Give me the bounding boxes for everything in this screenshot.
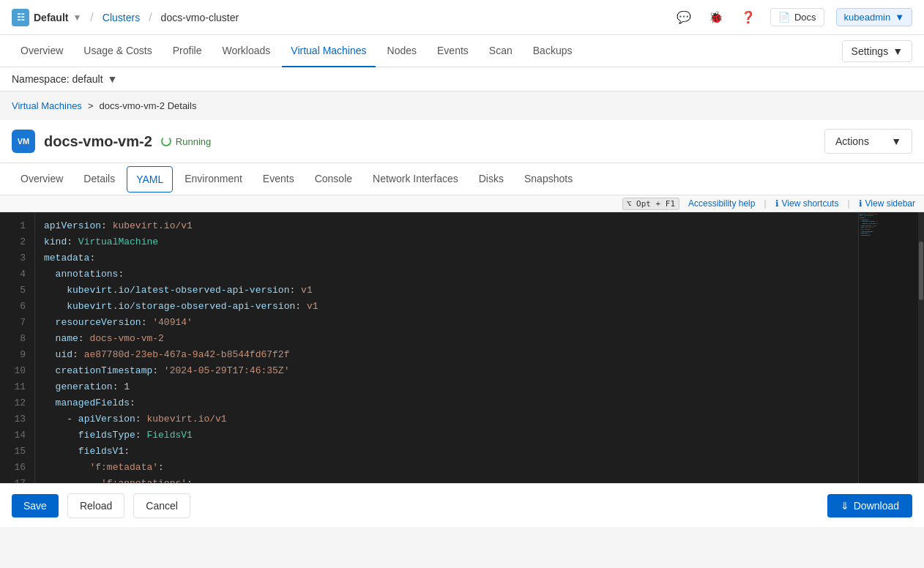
- actions-chevron: ▼: [891, 135, 901, 147]
- ln-14: 14: [0, 427, 34, 444]
- ln-7: 7: [0, 315, 34, 331]
- download-label: Download: [854, 500, 899, 512]
- bottom-bar: Save Reload Cancel ⇓ Download: [0, 483, 924, 527]
- vm-status: Running: [161, 136, 211, 147]
- sep1: /: [90, 11, 93, 24]
- namespace-bar: Namespace: default ▼: [0, 67, 924, 91]
- line-numbers: 1 2 3 4 5 6 7 8 9 10 11 12 13 14 15 16 1…: [0, 212, 35, 483]
- minimap: apiVersion: kubevirt.io/v1 kind: Virtual…: [858, 212, 924, 483]
- tab-usage-costs[interactable]: Usage & Costs: [75, 35, 160, 67]
- minimap-scrollbar[interactable]: [918, 212, 924, 483]
- tab-virtual-machines[interactable]: Virtual Machines: [282, 35, 375, 67]
- ln-3: 3: [0, 250, 34, 266]
- ln-15: 15: [0, 444, 34, 460]
- breadcrumb-vms-link[interactable]: Virtual Machines: [12, 100, 82, 111]
- brand: ☷ Default ▼: [12, 9, 81, 26]
- vm-name: docs-vmo-vm-2: [44, 133, 152, 150]
- code-line-3: metadata:: [44, 250, 849, 266]
- code-line-7: resourceVersion: '40914': [44, 315, 849, 331]
- ln-4: 4: [0, 266, 34, 283]
- ln-10: 10: [0, 363, 34, 379]
- accessibility-help[interactable]: Accessibility help: [688, 198, 755, 209]
- tab-scan[interactable]: Scan: [480, 35, 521, 67]
- ln-17: 17: [0, 476, 34, 483]
- brand-label[interactable]: Default: [34, 12, 68, 23]
- info-icon: ℹ: [775, 198, 779, 209]
- running-icon: [161, 136, 171, 146]
- namespace-label: Namespace: default: [12, 73, 103, 85]
- nav-tabs: Overview Usage & Costs Profile Workloads…: [0, 35, 924, 67]
- minimap-content: apiVersion: kubevirt.io/v1 kind: Virtual…: [859, 212, 924, 237]
- topbar: ☷ Default ▼ / Clusters / docs-vmo-cluste…: [0, 0, 924, 35]
- subtab-details[interactable]: Details: [75, 163, 124, 195]
- tab-workloads[interactable]: Workloads: [213, 35, 279, 67]
- ln-9: 9: [0, 347, 34, 363]
- namespace-dropdown[interactable]: ▼: [108, 73, 118, 85]
- code-line-4: annotations:: [44, 266, 849, 283]
- bug-icon[interactable]: 🐞: [706, 7, 726, 28]
- ln-5: 5: [0, 283, 34, 299]
- tab-events[interactable]: Events: [428, 35, 477, 67]
- subtab-network-interfaces[interactable]: Network Interfaces: [364, 163, 467, 195]
- code-line-12: managedFields:: [44, 395, 849, 411]
- docs-label: Docs: [794, 12, 816, 23]
- code-line-16: 'f:metadata':: [44, 460, 849, 476]
- code-content[interactable]: apiVersion: kubevirt.io/v1 kind: Virtual…: [35, 212, 858, 483]
- subtab-overview[interactable]: Overview: [12, 163, 72, 195]
- view-shortcuts-label: View shortcuts: [782, 198, 839, 209]
- view-sidebar-label: View sidebar: [865, 198, 915, 209]
- code-line-13: - apiVersion: kubevirt.io/v1: [44, 411, 849, 427]
- help-icon[interactable]: ❓: [738, 7, 759, 28]
- view-sidebar[interactable]: ℹ View sidebar: [859, 198, 915, 209]
- actions-button[interactable]: Actions ▼: [824, 129, 912, 154]
- code-line-8: name: docs-vmo-vm-2: [44, 331, 849, 347]
- code-line-11: generation: 1: [44, 379, 849, 395]
- ln-12: 12: [0, 395, 34, 411]
- breadcrumb-current: docs-vmo-vm-2 Details: [99, 100, 196, 111]
- cluster-name: docs-vmo-cluster: [161, 12, 239, 23]
- download-button[interactable]: ⇓ Download: [827, 494, 912, 517]
- ln-1: 1: [0, 218, 34, 234]
- sub-tabs: Overview Details YAML Environment Events…: [0, 163, 924, 195]
- breadcrumb-sep: >: [88, 100, 94, 111]
- tab-profile[interactable]: Profile: [164, 35, 211, 67]
- docs-button[interactable]: 📄 Docs: [770, 8, 824, 26]
- code-line-1: apiVersion: kubevirt.io/v1: [44, 218, 849, 234]
- brand-icon: ☷: [12, 9, 29, 26]
- ln-16: 16: [0, 460, 34, 476]
- code-line-17: 'f:annotations':: [44, 476, 849, 483]
- sep2: /: [149, 11, 152, 24]
- ln-8: 8: [0, 331, 34, 347]
- subtab-console[interactable]: Console: [306, 163, 361, 195]
- shortcut-badge: ⌥ Opt + F1: [622, 198, 679, 209]
- clusters-link[interactable]: Clusters: [103, 12, 140, 23]
- ln-13: 13: [0, 411, 34, 427]
- scrollbar-thumb: [919, 242, 923, 300]
- user-chevron: ▼: [895, 12, 904, 23]
- chat-icon[interactable]: 💬: [674, 7, 694, 28]
- subtab-environment[interactable]: Environment: [176, 163, 251, 195]
- subtab-events[interactable]: Events: [254, 163, 303, 195]
- settings-button[interactable]: Settings ▼: [842, 40, 912, 62]
- vm-header: VM docs-vmo-vm-2 Running Actions ▼: [0, 120, 924, 163]
- cancel-button[interactable]: Cancel: [133, 493, 190, 518]
- download-icon: ⇓: [841, 500, 849, 512]
- brand-chevron[interactable]: ▼: [72, 12, 81, 23]
- code-editor: 1 2 3 4 5 6 7 8 9 10 11 12 13 14 15 16 1…: [0, 212, 924, 483]
- subtab-disks[interactable]: Disks: [470, 163, 513, 195]
- reload-button[interactable]: Reload: [67, 493, 124, 518]
- user-button[interactable]: kubeadmin ▼: [836, 8, 912, 26]
- settings-label: Settings: [852, 45, 889, 57]
- view-shortcuts[interactable]: ℹ View shortcuts: [775, 198, 839, 209]
- tab-overview[interactable]: Overview: [12, 35, 72, 67]
- save-button[interactable]: Save: [12, 494, 59, 517]
- tab-backups[interactable]: Backups: [524, 35, 581, 67]
- code-line-9: uid: ae87780d-23eb-467a-9a42-b8544fd67f2…: [44, 347, 849, 363]
- tab-nodes[interactable]: Nodes: [379, 35, 425, 67]
- subtab-snapshots[interactable]: Snapshots: [515, 163, 581, 195]
- settings-chevron: ▼: [893, 45, 903, 57]
- vm-badge: VM: [12, 130, 35, 153]
- subtab-yaml[interactable]: YAML: [127, 166, 173, 193]
- sidebar-icon: ℹ: [859, 198, 862, 209]
- shortcut-keys: ⌥ Opt + F1: [622, 198, 679, 210]
